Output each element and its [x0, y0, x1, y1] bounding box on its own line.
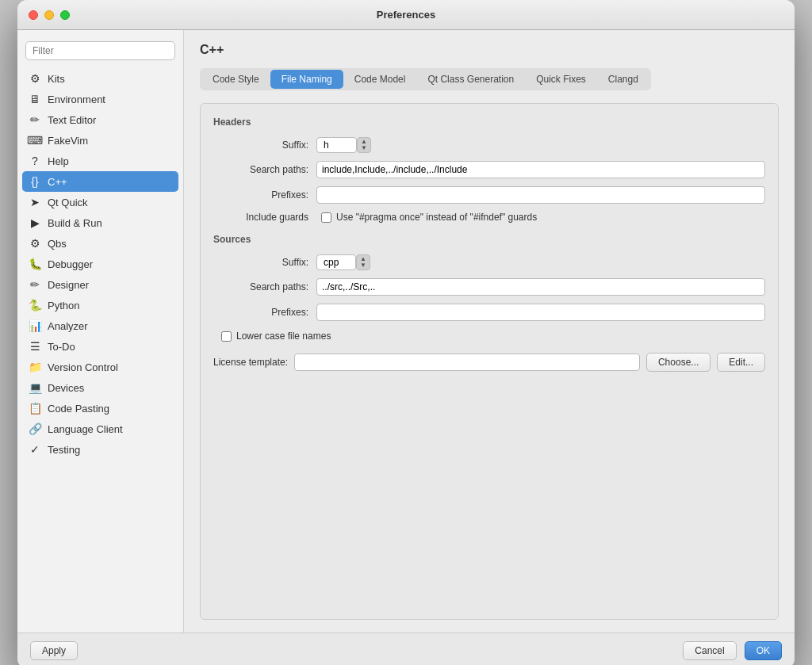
tab-qt-class-generation[interactable]: Qt Class Generation [416, 70, 525, 89]
sidebar-item-build-run[interactable]: ▶Build & Run [17, 212, 183, 233]
sidebar-item-analyzer[interactable]: 📊Analyzer [17, 315, 183, 336]
sources-suffix-select-wrapper: cpp cxx cc c ▲ ▼ [316, 254, 370, 270]
lower-case-label: Lower case file names [236, 331, 331, 342]
sidebar-item-label-text-editor: Text Editor [48, 114, 96, 126]
sidebar: ⚙Kits🖥Environment✏Text Editor⌨FakeVim?He… [17, 30, 184, 633]
footer-actions: Cancel OK [683, 641, 782, 660]
sidebar-item-testing[interactable]: ✓Testing [17, 439, 183, 460]
qbs-icon: ⚙ [29, 237, 41, 250]
sources-prefixes-label: Prefixes: [213, 307, 316, 318]
lower-case-checkbox[interactable] [221, 331, 232, 342]
sidebar-item-label-code-pasting: Code Pasting [48, 403, 109, 415]
filter-input[interactable] [25, 41, 175, 60]
help-icon: ? [29, 155, 41, 167]
sources-group-label: Sources [213, 234, 765, 245]
minimize-button[interactable] [44, 10, 54, 20]
header-suffix-row: Suffix: h hpp hxx hh ▲ ▼ [213, 137, 765, 153]
tab-clangd[interactable]: Clangd [597, 70, 649, 89]
header-search-paths-input[interactable] [316, 161, 765, 178]
license-row: License template: Choose... Edit... [213, 353, 765, 372]
include-guards-row: Include guards Use "#pragma once" instea… [213, 212, 765, 223]
sources-suffix-row: Suffix: cpp cxx cc c ▲ ▼ [213, 254, 765, 270]
choose-button[interactable]: Choose... [646, 353, 710, 372]
include-guards-label: Include guards [213, 212, 316, 223]
sources-suffix-arrows[interactable]: ▲ ▼ [356, 254, 370, 270]
qt-quick-icon: ➤ [29, 196, 41, 208]
fakevim-icon: ⌨ [29, 134, 41, 147]
sidebar-item-kits[interactable]: ⚙Kits [17, 68, 183, 89]
sources-prefixes-input[interactable] [316, 304, 765, 321]
ok-button[interactable]: OK [745, 641, 782, 660]
sidebar-item-label-debugger: Debugger [48, 258, 93, 270]
sidebar-item-todo[interactable]: ☰To-Do [17, 336, 183, 357]
sidebar-item-python[interactable]: 🐍Python [17, 295, 183, 315]
python-icon: 🐍 [29, 299, 41, 311]
sidebar-item-debugger[interactable]: 🐛Debugger [17, 254, 183, 274]
sidebar-item-designer[interactable]: ✏Designer [17, 274, 183, 295]
sources-search-paths-input[interactable] [316, 278, 765, 296]
debugger-icon: 🐛 [29, 258, 41, 270]
analyzer-icon: 📊 [29, 319, 41, 332]
cancel-button[interactable]: Cancel [683, 641, 736, 660]
sidebar-item-environment[interactable]: 🖥Environment [17, 89, 183, 109]
license-label: License template: [213, 357, 288, 368]
sources-search-paths-row: Search paths: [213, 278, 765, 296]
tab-quick-fixes[interactable]: Quick Fixes [525, 70, 597, 89]
apply-button[interactable]: Apply [30, 641, 78, 660]
sidebar-item-label-qbs: Qbs [48, 238, 67, 250]
sidebar-item-text-editor[interactable]: ✏Text Editor [17, 109, 183, 130]
todo-icon: ☰ [29, 340, 41, 353]
header-prefixes-input[interactable] [316, 186, 765, 204]
tab-code-style[interactable]: Code Style [201, 70, 270, 89]
sidebar-item-cpp[interactable]: {}C++ [22, 171, 178, 192]
section-title: C++ [200, 43, 779, 57]
file-naming-panel: Headers Suffix: h hpp hxx hh ▲ ▼ [200, 103, 779, 620]
testing-icon: ✓ [29, 443, 41, 456]
sidebar-items-list: ⚙Kits🖥Environment✏Text Editor⌨FakeVim?He… [17, 68, 183, 460]
header-suffix-select[interactable]: h hpp hxx hh [316, 137, 357, 153]
sidebar-item-code-pasting[interactable]: 📋Code Pasting [17, 398, 183, 418]
tab-file-naming[interactable]: File Naming [270, 70, 343, 89]
designer-icon: ✏ [29, 278, 41, 291]
sidebar-item-label-python: Python [48, 300, 79, 311]
language-client-icon: 🔗 [29, 422, 41, 435]
titlebar: Preferences [17, 0, 795, 30]
maximize-button[interactable] [60, 10, 70, 20]
preferences-window: Preferences ⚙Kits🖥Environment✏Text Edito… [17, 0, 795, 665]
header-suffix-select-wrapper: h hpp hxx hh ▲ ▼ [316, 137, 371, 153]
sidebar-item-help[interactable]: ?Help [17, 151, 183, 171]
sidebar-item-version-control[interactable]: 📁Version Control [17, 357, 183, 377]
kits-icon: ⚙ [29, 72, 41, 85]
sources-suffix-label: Suffix: [213, 257, 316, 268]
text-editor-icon: ✏ [29, 113, 41, 126]
sidebar-item-fakevim[interactable]: ⌨FakeVim [17, 130, 183, 151]
sources-suffix-select[interactable]: cpp cxx cc c [316, 254, 356, 270]
close-button[interactable] [29, 10, 38, 20]
sidebar-item-qt-quick[interactable]: ➤Qt Quick [17, 192, 183, 212]
sidebar-item-devices[interactable]: 💻Devices [17, 377, 183, 398]
header-suffix-label: Suffix: [213, 139, 316, 151]
edit-button[interactable]: Edit... [717, 353, 765, 372]
code-pasting-icon: 📋 [29, 402, 41, 415]
build-run-icon: ▶ [29, 216, 41, 229]
sidebar-item-label-build-run: Build & Run [48, 217, 102, 229]
tab-code-model[interactable]: Code Model [343, 70, 417, 89]
window-title: Preferences [377, 9, 435, 21]
include-guards-text: Use "#pragma once" instead of "#ifndef" … [336, 212, 537, 223]
sidebar-item-label-qt-quick: Qt Quick [48, 197, 88, 208]
sidebar-item-label-fakevim: FakeVim [48, 135, 88, 147]
sidebar-item-label-help: Help [48, 155, 69, 167]
footer: Apply Cancel OK [17, 633, 795, 665]
sidebar-item-label-environment: Environment [48, 94, 105, 105]
sidebar-item-qbs[interactable]: ⚙Qbs [17, 233, 183, 254]
header-prefixes-row: Prefixes: [213, 186, 765, 204]
license-input[interactable] [294, 354, 640, 371]
devices-icon: 💻 [29, 381, 41, 394]
version-control-icon: 📁 [29, 361, 41, 373]
sources-prefixes-row: Prefixes: [213, 304, 765, 321]
include-guards-checkbox[interactable] [321, 212, 331, 223]
header-search-paths-label: Search paths: [213, 164, 316, 175]
sidebar-item-label-todo: To-Do [48, 341, 75, 353]
header-suffix-arrows[interactable]: ▲ ▼ [357, 137, 371, 153]
sidebar-item-language-client[interactable]: 🔗Language Client [17, 418, 183, 439]
